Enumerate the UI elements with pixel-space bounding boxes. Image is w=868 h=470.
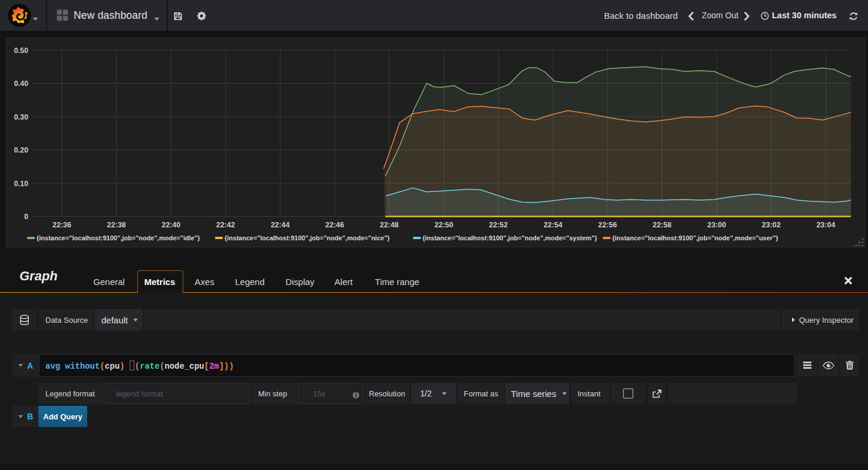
- svg-text:22:42: 22:42: [216, 221, 235, 229]
- svg-text:{instance="localhost:9100",job: {instance="localhost:9100",job="node",mo…: [37, 234, 200, 241]
- svg-text:0.30: 0.30: [14, 113, 28, 121]
- svg-text:0.40: 0.40: [14, 80, 28, 88]
- svg-text:22:58: 22:58: [653, 221, 672, 229]
- svg-text:{instance="localhost:9100",job: {instance="localhost:9100",job="node",mo…: [612, 234, 778, 241]
- svg-text:0.10: 0.10: [14, 180, 28, 188]
- svg-text:23:04: 23:04: [816, 221, 835, 229]
- svg-text:{instance="localhost:9100",job: {instance="localhost:9100",job="node",mo…: [423, 234, 598, 241]
- svg-text:22:38: 22:38: [107, 221, 126, 229]
- svg-text:22:46: 22:46: [325, 221, 344, 229]
- svg-text:23:00: 23:00: [707, 221, 726, 229]
- svg-text:23:02: 23:02: [762, 221, 781, 229]
- svg-text:22:36: 22:36: [52, 221, 71, 229]
- svg-text:22:50: 22:50: [434, 221, 453, 229]
- svg-text:0.20: 0.20: [14, 146, 28, 154]
- svg-text:22:56: 22:56: [598, 221, 617, 229]
- svg-text:0: 0: [24, 213, 28, 221]
- svg-text:0.50: 0.50: [14, 47, 28, 55]
- svg-text:22:54: 22:54: [543, 221, 562, 229]
- svg-text:22:40: 22:40: [161, 221, 180, 229]
- svg-text:22:48: 22:48: [380, 221, 399, 229]
- svg-text:{instance="localhost:9100",job: {instance="localhost:9100",job="node",mo…: [225, 234, 390, 241]
- svg-text:22:52: 22:52: [489, 221, 508, 229]
- svg-text:22:44: 22:44: [270, 221, 289, 229]
